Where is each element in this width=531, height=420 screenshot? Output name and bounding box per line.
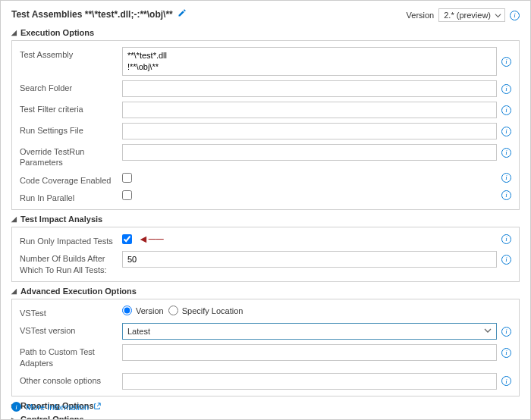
info-icon[interactable]: i [501, 173, 511, 183]
section-advanced[interactable]: ◢ Advanced Execution Options [11, 287, 520, 296]
info-icon[interactable]: i [501, 148, 511, 158]
builds-after-input[interactable] [122, 251, 497, 268]
section-title: Advanced Execution Options [20, 287, 137, 296]
version-label: Version [407, 11, 435, 20]
label-adapters: Path to Custom Test Adapters [20, 344, 122, 368]
label-vstest: VSTest [20, 306, 122, 318]
label-test-assembly: Test Assembly [20, 47, 122, 60]
label-impacted-tests: Run Only Impacted Tests [20, 234, 122, 246]
info-icon[interactable]: i [501, 348, 511, 358]
info-icon[interactable]: i [501, 57, 511, 67]
vstest-version-value: Latest [127, 327, 150, 336]
expand-icon: ▸ [11, 415, 18, 420]
label-runsettings: Run Settings File [20, 123, 122, 136]
console-options-input[interactable] [122, 373, 497, 390]
chevron-down-icon [484, 327, 492, 336]
label-vstest-version: VSTest version [20, 323, 122, 336]
section-title: Execution Options [20, 28, 94, 37]
info-icon: i [11, 402, 21, 412]
radio-version-input[interactable] [122, 306, 132, 315]
section-test-impact[interactable]: ◢ Test Impact Analysis [11, 215, 520, 224]
page-title: Test Assemblies **\*test*.dll;-:**\obj\*… [11, 9, 173, 20]
test-assembly-input[interactable]: **\*test*.dll !**\obj\** [122, 47, 497, 76]
info-icon[interactable]: i [501, 327, 511, 337]
info-icon[interactable]: i [501, 127, 511, 136]
external-link-icon [93, 403, 101, 412]
info-icon[interactable]: i [501, 105, 511, 115]
label-override-params: Override TestRun Parameters [20, 144, 122, 168]
radio-location[interactable]: Specify Location [168, 306, 244, 315]
arrow-indicator-icon: ◄── [138, 234, 164, 244]
section-execution-options[interactable]: ◢ Execution Options [11, 28, 520, 37]
radio-location-input[interactable] [168, 306, 178, 315]
version-select[interactable]: 2.* (preview) [438, 8, 505, 22]
override-params-input[interactable] [122, 144, 497, 161]
info-icon[interactable]: i [501, 255, 511, 265]
impacted-tests-checkbox[interactable] [122, 234, 132, 244]
run-parallel-checkbox[interactable] [122, 190, 132, 200]
label-builds-after: Number Of Builds After Which To Run All … [20, 251, 122, 275]
section-control[interactable]: ▸ Control Options [11, 415, 520, 420]
collapse-icon: ◢ [11, 29, 18, 36]
radio-version-label: Version [136, 306, 164, 315]
adapters-input[interactable] [122, 344, 497, 361]
vstest-version-select[interactable]: Latest [122, 323, 497, 340]
info-icon[interactable]: i [501, 190, 511, 200]
info-icon[interactable]: i [510, 11, 520, 20]
section-title: Control Options [20, 415, 84, 420]
info-icon[interactable]: i [501, 84, 511, 94]
radio-version[interactable]: Version [122, 306, 164, 315]
chevron-down-icon [495, 11, 501, 20]
info-icon[interactable]: i [501, 234, 511, 244]
more-information-link[interactable]: i More Information [11, 402, 101, 412]
search-folder-input[interactable] [122, 80, 497, 97]
runsettings-input[interactable] [122, 123, 497, 139]
code-coverage-checkbox[interactable] [122, 173, 132, 183]
label-search-folder: Search Folder [20, 80, 122, 93]
label-console-options: Other console options [20, 373, 122, 386]
version-value: 2.* (preview) [444, 11, 491, 20]
collapse-icon: ◢ [11, 215, 18, 223]
label-filter-criteria: Test Filter criteria [20, 102, 122, 114]
collapse-icon: ◢ [11, 287, 18, 295]
more-information-label: More Information [26, 403, 89, 412]
filter-criteria-input[interactable] [122, 102, 497, 118]
section-title: Test Impact Analysis [20, 215, 102, 224]
label-code-coverage: Code Coverage Enabled [20, 173, 122, 186]
info-icon[interactable]: i [501, 376, 511, 386]
label-run-parallel: Run In Parallel [20, 190, 122, 203]
pencil-icon[interactable] [178, 8, 187, 20]
radio-location-label: Specify Location [182, 306, 244, 315]
